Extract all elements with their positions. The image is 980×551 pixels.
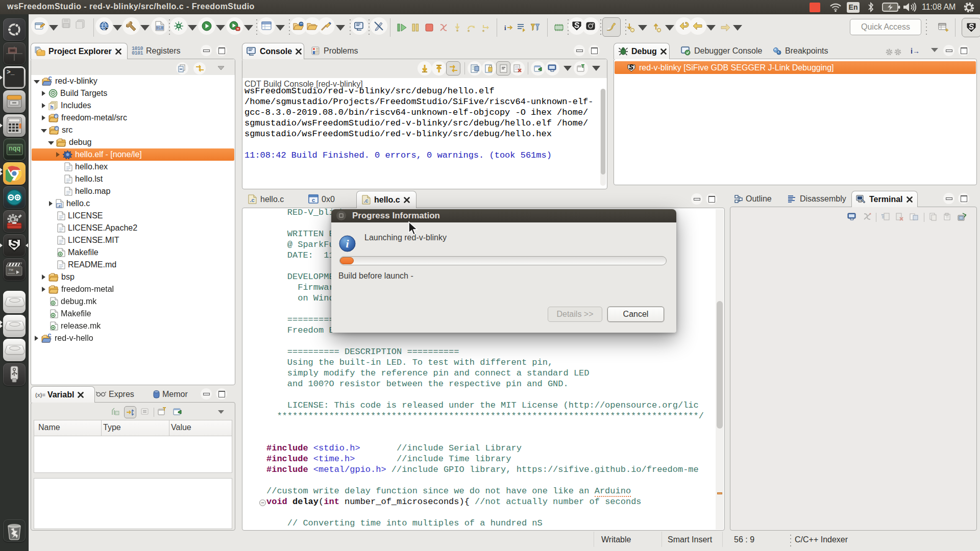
svg-text:i: i bbox=[346, 237, 349, 250]
svg-text:010: 010 bbox=[157, 27, 163, 30]
svg-text:.c: .c bbox=[250, 197, 254, 203]
svg-text:c: c bbox=[56, 126, 58, 131]
svg-text:C: C bbox=[48, 77, 52, 82]
svg-text:h: h bbox=[50, 105, 53, 110]
svg-text:C: C bbox=[47, 334, 51, 339]
svg-text:TM: TM bbox=[9, 268, 13, 271]
svg-text:c: c bbox=[55, 114, 58, 118]
svg-text:.c: .c bbox=[58, 204, 61, 208]
svg-text:.c: .c bbox=[363, 197, 368, 204]
svg-text:i: i bbox=[504, 24, 506, 32]
svg-text:c: c bbox=[312, 197, 315, 203]
